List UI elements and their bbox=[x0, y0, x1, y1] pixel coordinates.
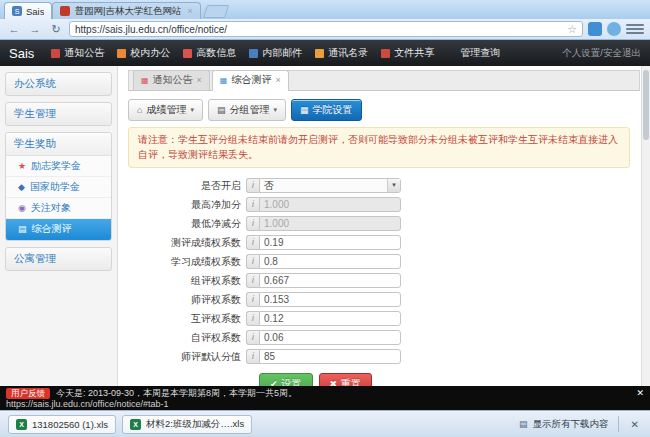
grid-icon: ▦ bbox=[141, 76, 149, 85]
grid-icon: ▦ bbox=[220, 76, 228, 85]
field-label: 是否开启 bbox=[128, 179, 246, 193]
sidebar-item-watch-list[interactable]: ◉ 关注对象 bbox=[6, 198, 111, 219]
form-row: 最低净减分 i bbox=[128, 216, 640, 231]
browser-tab-site[interactable]: 普园网|吉林大学红色网站 × bbox=[52, 2, 200, 19]
min-deduction-input[interactable] bbox=[259, 216, 401, 231]
show-all-downloads-link[interactable]: ▤ 显示所有下载内容 bbox=[519, 418, 609, 431]
peer-eval-weight-input[interactable] bbox=[259, 311, 401, 326]
url-text: https://sais.jlu.edu.cn/office/notice/ bbox=[75, 24, 567, 35]
group-eval-weight-input[interactable] bbox=[259, 273, 401, 288]
max-bonus-input[interactable] bbox=[259, 197, 401, 212]
tab-comprehensive-evaluation[interactable]: ▦ 综合测评 × bbox=[212, 70, 289, 91]
form-row: 是否开启 i 否 ▾ bbox=[128, 178, 640, 193]
nav-item-campus-office[interactable]: 校内办公 bbox=[117, 46, 170, 60]
close-tab-icon[interactable]: × bbox=[197, 75, 202, 85]
form-row: 测评成绩权系数 i bbox=[128, 235, 640, 250]
sidebar-item-apartment-management[interactable]: 公寓管理 bbox=[5, 247, 112, 271]
group-management-button[interactable]: ▤ 分组管理 ▾ bbox=[208, 99, 286, 121]
download-filename: 131802560 (1).xls bbox=[32, 419, 108, 430]
award-icon: ★ bbox=[18, 161, 26, 171]
form-row: 师评默认分值 i bbox=[128, 349, 640, 364]
nav-label: 校内办公 bbox=[130, 46, 170, 60]
user-settings-logout-link[interactable]: 个人设置/安全退出 bbox=[562, 47, 641, 60]
tab-label: 综合测评 bbox=[231, 73, 271, 87]
nav-item-file-share[interactable]: 文件共享 bbox=[381, 46, 434, 60]
sidebar-item-student-management[interactable]: 学生管理 bbox=[5, 102, 112, 126]
nav-item-notice[interactable]: 通知公告 bbox=[51, 46, 104, 60]
field-label: 最低净减分 bbox=[128, 217, 246, 231]
bookmark-star-icon[interactable]: ☆ bbox=[567, 23, 577, 36]
sidebar-item-label: 励志奖学金 bbox=[31, 159, 81, 173]
info-addon-icon: i bbox=[246, 349, 259, 364]
study-score-weight-input[interactable] bbox=[259, 254, 401, 269]
info-addon-icon: i bbox=[246, 330, 259, 345]
page-scrollbar[interactable] bbox=[641, 66, 650, 386]
nav-item-contacts[interactable]: 通讯名录 bbox=[315, 46, 368, 60]
info-addon-icon: i bbox=[246, 216, 259, 231]
tab-title: 普园网|吉林大学红色网站 bbox=[74, 5, 181, 18]
reset-button[interactable]: ✖ 重置 bbox=[319, 373, 373, 386]
form-row: 学习成绩权系数 i bbox=[128, 254, 640, 269]
extension-icon-2[interactable] bbox=[607, 22, 621, 36]
sidebar-item-label: 国家助学金 bbox=[30, 180, 80, 194]
web-page: Sais 通知公告 校内办公 高数信息 内部邮件 通讯名录 文件共享 管理查询 bbox=[0, 40, 650, 410]
office-icon bbox=[117, 49, 126, 58]
refresh-button[interactable]: ↻ bbox=[48, 22, 64, 37]
browser-tab-sais[interactable]: S Sais bbox=[4, 2, 52, 19]
sais-favicon: S bbox=[12, 6, 22, 16]
address-bar-row: ← → ↻ https://sais.jlu.edu.cn/office/not… bbox=[0, 19, 650, 40]
close-tab-icon[interactable]: × bbox=[275, 75, 280, 85]
sidebar-group-student-aid: 学生奖助 ★ 励志奖学金 ◆ 国家助学金 ◉ 关注对象 ▤ 综合测评 bbox=[5, 132, 112, 241]
sidebar-item-comprehensive-evaluation[interactable]: ▤ 综合测评 bbox=[6, 219, 111, 240]
teacher-default-score-input[interactable] bbox=[259, 349, 401, 364]
enable-select[interactable]: 否 ▾ bbox=[259, 178, 401, 193]
sidebar-item-office-system[interactable]: 办公系统 bbox=[5, 72, 112, 96]
tab-title: Sais bbox=[26, 6, 44, 17]
excel-file-icon: X bbox=[130, 419, 141, 430]
button-label: 设置 bbox=[282, 377, 302, 386]
forward-button[interactable]: → bbox=[27, 22, 43, 37]
info-addon-icon: i bbox=[246, 235, 259, 250]
nav-item-admin-query[interactable]: 管理查询 bbox=[447, 46, 500, 60]
extension-icon[interactable] bbox=[588, 22, 602, 36]
download-shelf: X 131802560 (1).xls X 材料2:班级加减分….xls ▤ 显… bbox=[0, 410, 650, 437]
tab-notice[interactable]: ▦ 通知公告 × bbox=[133, 70, 210, 90]
form-row: 师评权系数 i bbox=[128, 292, 640, 307]
nav-item-info[interactable]: 高数信息 bbox=[183, 46, 236, 60]
self-eval-weight-input[interactable] bbox=[259, 330, 401, 345]
form-row: 自评权系数 i bbox=[128, 330, 640, 345]
sidebar-item-national-grant[interactable]: ◆ 国家助学金 bbox=[6, 177, 111, 198]
form-row: 互评权系数 i bbox=[128, 311, 640, 326]
app-logo[interactable]: Sais bbox=[9, 46, 34, 61]
set-button[interactable]: ✔ 设置 bbox=[259, 373, 313, 386]
scrollbar-thumb[interactable] bbox=[643, 70, 649, 140]
form-row: 组评权系数 i bbox=[128, 273, 640, 288]
sidebar-item-inspiration-scholarship[interactable]: ★ 励志奖学金 bbox=[6, 156, 111, 177]
form-actions: ✔ 设置 ✖ 重置 bbox=[259, 373, 640, 386]
download-item[interactable]: X 材料2:班级加减分….xls bbox=[122, 415, 252, 434]
download-item[interactable]: X 131802560 (1).xls bbox=[8, 415, 116, 434]
address-bar[interactable]: https://sais.jlu.edu.cn/office/notice/ ☆ bbox=[69, 21, 583, 37]
toolbar: ⌂ 成绩管理 ▾ ▤ 分组管理 ▾ ▦ 学院设置 bbox=[128, 99, 640, 121]
nav-item-internal-mail[interactable]: 内部邮件 bbox=[249, 46, 302, 60]
site-favicon bbox=[60, 6, 70, 16]
browser-menu-icon[interactable] bbox=[626, 22, 644, 36]
field-label: 互评权系数 bbox=[128, 312, 246, 326]
new-tab-button[interactable] bbox=[203, 5, 229, 18]
ticker-badge[interactable]: 用户反馈 bbox=[6, 388, 50, 399]
show-all-label: 显示所有下载内容 bbox=[533, 418, 609, 431]
sidebar-item-student-aid[interactable]: 学生奖助 bbox=[6, 133, 111, 156]
eval-score-weight-input[interactable] bbox=[259, 235, 401, 250]
browser-tab-strip: S Sais 普园网|吉林大学红色网站 × bbox=[0, 0, 650, 19]
teacher-eval-weight-input[interactable] bbox=[259, 292, 401, 307]
college-settings-button[interactable]: ▦ 学院设置 bbox=[291, 99, 362, 121]
score-management-button[interactable]: ⌂ 成绩管理 ▾ bbox=[128, 99, 203, 121]
back-button[interactable]: ← bbox=[6, 22, 22, 37]
close-icon[interactable]: ✕ bbox=[636, 388, 644, 398]
button-label: 分组管理 bbox=[229, 103, 269, 117]
close-shelf-button[interactable]: ✕ bbox=[628, 419, 642, 430]
close-tab-icon[interactable]: × bbox=[187, 6, 192, 16]
tab-label: 通知公告 bbox=[153, 73, 193, 87]
check-icon: ✔ bbox=[270, 379, 278, 386]
nav-label: 高数信息 bbox=[196, 46, 236, 60]
